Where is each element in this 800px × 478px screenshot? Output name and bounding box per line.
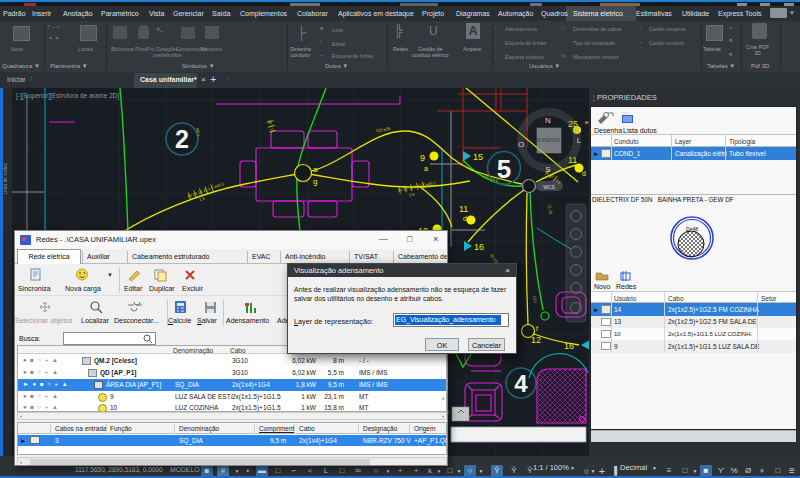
svg-text:L: L [577,136,582,145]
svg-text:S: S [545,165,550,174]
svg-text:g: g [313,177,317,186]
svg-text:O: O [518,140,524,149]
svg-text:2: 2 [175,125,189,153]
svg-text:11: 11 [459,204,468,214]
svg-text:SUPERIOR: SUPERIOR [536,138,560,143]
svg-text:WCS: WCS [543,184,555,190]
svg-text:d: d [463,215,467,222]
svg-text:[-][Superior][Estrutura de ara: [-][Superior][Estrutura de arame 2D] [16,92,120,100]
svg-text:2.5: 2.5 [198,195,206,202]
svg-text:15: 15 [473,152,483,162]
svg-text:11 12: 11 12 [547,204,554,215]
svg-text:16: 16 [564,341,574,351]
svg-text:a: a [424,165,428,172]
svg-text:d: d [582,170,586,177]
svg-text:f: f [536,325,538,332]
svg-text:11() e25: 11() e25 [375,126,391,133]
svg-text:12 f: 12 f [532,296,538,304]
svg-text:16: 16 [474,242,484,252]
svg-text:r40.1: r40.1 [195,127,202,138]
svg-text:5: 5 [497,154,511,184]
svg-text:D=48: D=48 [686,226,698,232]
svg-text:a: a [313,165,318,174]
svg-text:12: 12 [531,335,541,345]
svg-text:2.5: 2.5 [408,192,415,198]
svg-text:9: 9 [420,153,425,163]
svg-text:N: N [545,116,551,125]
svg-text:4: 4 [514,370,528,397]
